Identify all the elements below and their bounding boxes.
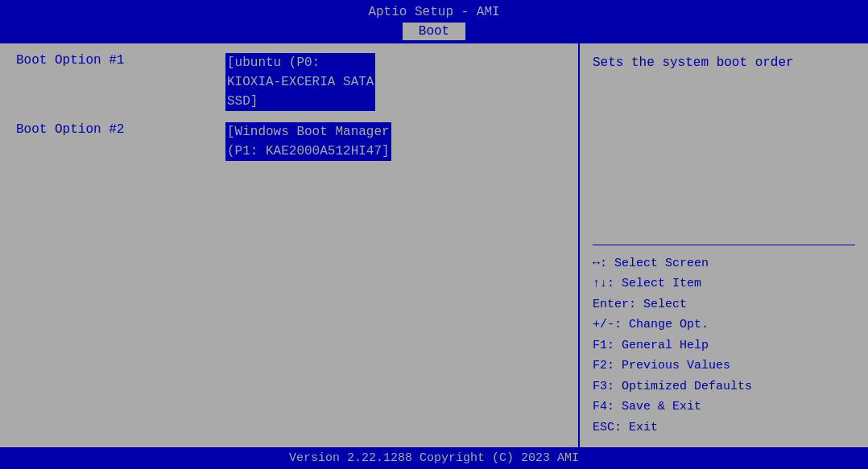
divider: [593, 245, 855, 245]
main-title: Aptio Setup - AMI: [368, 5, 499, 19]
key-enter: Enter: Select: [593, 294, 855, 315]
boot-option-1-label: Boot Option #1: [16, 53, 225, 68]
title-bar: Aptio Setup - AMI: [0, 0, 868, 23]
footer: Version 2.22.1288 Copyright (C) 2023 AMI: [0, 447, 868, 469]
boot-option-2[interactable]: Boot Option #2 [Windows Boot Manager(P1:…: [16, 122, 562, 161]
tab-bar: Boot: [0, 23, 868, 43]
key-f1: F1: General Help: [593, 335, 855, 356]
main-content: Boot Option #1 [ubuntu (P0:KIOXIA-EXCERI…: [0, 43, 868, 447]
footer-text: Version 2.22.1288 Copyright (C) 2023 AMI: [289, 451, 579, 465]
key-select-screen: ↔: Select Screen: [593, 253, 855, 274]
key-select-item: ↑↓: Select Item: [593, 274, 855, 294]
boot-tab[interactable]: Boot: [403, 23, 465, 40]
key-change-opt: +/-: Change Opt.: [593, 315, 855, 335]
key-f2: F2: Previous Values: [593, 356, 855, 376]
key-f3: F3: Optimized Defaults: [593, 376, 855, 397]
help-description: Sets the system boot order: [593, 53, 855, 236]
key-help: ↔: Select Screen ↑↓: Select Item Enter: …: [593, 253, 855, 438]
left-panel: Boot Option #1 [ubuntu (P0:KIOXIA-EXCERI…: [0, 43, 580, 447]
key-f4: F4: Save & Exit: [593, 397, 855, 418]
bios-screen: Aptio Setup - AMI Boot Boot Option #1 [u…: [0, 0, 868, 469]
boot-option-1-value: [ubuntu (P0:KIOXIA-EXCERIA SATASSD]: [225, 53, 375, 111]
boot-option-2-label: Boot Option #2: [16, 122, 225, 137]
boot-option-2-value: [Windows Boot Manager(P1: KAE2000A512HI4…: [225, 122, 391, 161]
key-esc: ESC: Exit: [593, 418, 855, 438]
boot-option-1[interactable]: Boot Option #1 [ubuntu (P0:KIOXIA-EXCERI…: [16, 53, 562, 111]
right-panel: Sets the system boot order ↔: Select Scr…: [580, 43, 868, 447]
